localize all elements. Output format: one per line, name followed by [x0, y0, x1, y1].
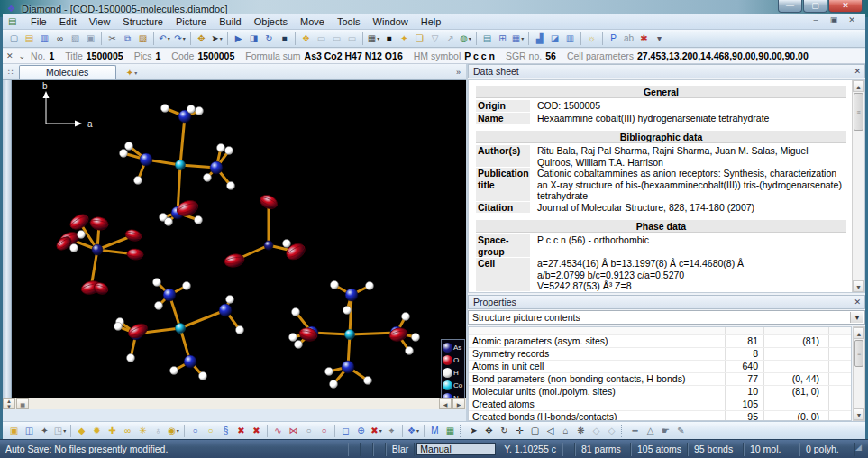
- menu-objects[interactable]: Objects: [248, 15, 294, 28]
- print-preview-icon[interactable]: ▧: [68, 32, 83, 46]
- maximize-button[interactable]: ▢: [803, 0, 827, 13]
- table-icon[interactable]: ▦▾: [510, 32, 525, 46]
- datasheet-icon[interactable]: ▤: [480, 32, 495, 46]
- back-view-icon[interactable]: ◁: [543, 424, 558, 438]
- doc-minimize-button[interactable]: –: [809, 15, 822, 24]
- chart-line-icon[interactable]: ◪: [547, 32, 562, 46]
- prop-scroll-down-icon[interactable]: ▼: [854, 408, 864, 420]
- prop-scrollbar-thumb[interactable]: ≡: [854, 340, 863, 367]
- menu-picture[interactable]: Picture: [169, 15, 213, 28]
- prop-scroll-up-icon[interactable]: ▲: [854, 327, 864, 339]
- print-icon[interactable]: ▣: [83, 32, 98, 46]
- diamond-icon[interactable]: ◆: [74, 424, 89, 438]
- structure-viewer[interactable]: ba AsOHCoN: [12, 80, 466, 409]
- home-view-icon[interactable]: ⌂: [558, 424, 573, 438]
- selector-dropdown-icon[interactable]: ▼: [850, 312, 863, 323]
- touch-hand-icon[interactable]: ☛: [658, 424, 673, 438]
- menu-build[interactable]: Build: [213, 15, 247, 28]
- sphere-s-icon[interactable]: §: [218, 424, 233, 438]
- doc-restore-button[interactable]: ▣: [827, 15, 840, 24]
- properties-close-icon[interactable]: ✕: [854, 298, 861, 307]
- ring-red-icon[interactable]: ○: [316, 424, 332, 438]
- connect-atoms-icon[interactable]: ∞: [120, 424, 135, 438]
- tab-grid-icon[interactable]: ∷: [3, 68, 19, 79]
- track-prev-icon[interactable]: ◇: [589, 424, 604, 438]
- spin-buttons[interactable]: ▲▼: [3, 398, 15, 409]
- picture-add-icon[interactable]: ▣: [6, 424, 22, 438]
- viewer-left-scrollbar[interactable]: [3, 80, 12, 409]
- menu-help[interactable]: Help: [415, 15, 448, 28]
- molecule-picture-icon[interactable]: ▦: [443, 424, 458, 438]
- menu-window[interactable]: Window: [367, 15, 415, 28]
- track-next-icon[interactable]: ◇: [604, 424, 619, 438]
- datasheet-content[interactable]: GeneralOriginCOD: 1500005NameHexaammine …: [468, 79, 865, 293]
- menu-view[interactable]: View: [83, 15, 117, 28]
- properties-p-icon[interactable]: P: [606, 32, 621, 46]
- chart-bar-icon[interactable]: ▟: [532, 32, 547, 46]
- window-split-icon[interactable]: ▭: [344, 32, 360, 46]
- destroy-pack-icon[interactable]: ✖: [233, 424, 249, 438]
- properties-scrollbar[interactable]: ▲ ≡ ▼: [853, 326, 865, 421]
- pointer-icon[interactable]: ➤: [466, 424, 481, 438]
- ghost-atoms-icon[interactable]: ♁: [151, 424, 166, 438]
- record-nav-icon[interactable]: ⌄: [19, 51, 26, 60]
- scrollbar-thumb[interactable]: ≡: [854, 93, 863, 131]
- atom-group-icon[interactable]: ✹: [89, 424, 105, 438]
- menu-tools[interactable]: Tools: [331, 15, 367, 28]
- resize-grip[interactable]: ◢: [855, 443, 866, 456]
- properties-row[interactable]: Molecular units (mol./polym. sites)10(81…: [469, 386, 851, 398]
- scroll-left-icon[interactable]: ◀: [439, 398, 452, 409]
- viewer-hscrollbar[interactable]: ▲▼ ▦ ◀ ▶: [3, 398, 466, 409]
- select-arrow-icon[interactable]: ➤▾: [209, 32, 224, 46]
- window-cascade-icon[interactable]: ▭: [329, 32, 344, 46]
- cut-icon[interactable]: ✂: [105, 32, 120, 46]
- scroll-up-icon[interactable]: ▲: [853, 80, 864, 92]
- rotate-view-icon[interactable]: ↻: [261, 32, 277, 46]
- menu-structure[interactable]: Structure: [116, 15, 169, 28]
- properties-row[interactable]: Bond parameters (non-bonding contacts, H…: [469, 373, 851, 386]
- spin-icon[interactable]: ❋: [573, 424, 589, 438]
- picture-goto-icon[interactable]: ◫: [22, 424, 37, 438]
- net-icon[interactable]: ✳: [135, 424, 151, 438]
- rotate-icon[interactable]: ↻: [497, 424, 512, 438]
- ring-yellow-icon[interactable]: ○: [203, 424, 218, 438]
- undo-icon[interactable]: ↶▾: [157, 32, 172, 46]
- new-picture-icon[interactable]: ✦: [397, 32, 412, 46]
- new-document-icon[interactable]: ▢: [6, 32, 22, 46]
- ab-text-icon[interactable]: ab: [621, 32, 636, 46]
- blank-screen-icon[interactable]: ■: [277, 32, 292, 46]
- build-wrench-icon[interactable]: ✦: [37, 424, 52, 438]
- properties-selector[interactable]: Structure picture contents ▼: [468, 310, 865, 325]
- pan-hand-icon[interactable]: ✥: [194, 32, 209, 46]
- menu-move[interactable]: Move: [294, 15, 331, 28]
- copy-picture-icon[interactable]: ❏: [412, 32, 427, 46]
- globe-icon[interactable]: ◍▾: [458, 32, 473, 46]
- ring-blue-icon[interactable]: ○: [187, 424, 203, 438]
- status-mode-input[interactable]: Manual: [416, 443, 496, 455]
- properties-title-bar[interactable]: Properties ✕: [468, 295, 865, 309]
- video-icon[interactable]: ▶: [231, 32, 246, 46]
- datasheet-close-icon[interactable]: ✕: [854, 67, 861, 76]
- export-picture-icon[interactable]: ↗: [443, 32, 458, 46]
- window-tile-icon[interactable]: ▭: [314, 32, 329, 46]
- paste-icon[interactable]: ▨: [135, 32, 151, 46]
- bond-create-icon[interactable]: ∿: [270, 424, 286, 438]
- scroll-right-icon[interactable]: ▶: [452, 398, 465, 409]
- tab-molecules[interactable]: Molecules: [19, 65, 116, 79]
- toolbar-overflow-icon[interactable]: ▾: [652, 32, 667, 46]
- grid-button[interactable]: ▦: [16, 398, 29, 409]
- move-all-icon[interactable]: ✥: [481, 424, 497, 438]
- folder-window-icon[interactable]: ❖: [298, 32, 314, 46]
- zoom-rect-icon[interactable]: ▢: [527, 424, 543, 438]
- menu-file[interactable]: File: [24, 15, 53, 28]
- properties-row[interactable]: Created atoms105: [469, 398, 851, 411]
- cell-cube-icon[interactable]: ◻: [338, 424, 353, 438]
- pencil-icon[interactable]: ✎: [673, 424, 689, 438]
- properties-table[interactable]: Atomic parameters (asym. sites)81(81)Sym…: [468, 326, 852, 421]
- scroll-down-icon[interactable]: ▼: [853, 280, 864, 292]
- ruler-icon[interactable]: ━: [627, 424, 643, 438]
- copy-icon[interactable]: ⧉: [120, 32, 135, 46]
- shift-icon[interactable]: ✛: [512, 424, 527, 438]
- lamp-icon[interactable]: ☼: [584, 32, 599, 46]
- datasheet-title-bar[interactable]: Data sheet ✕: [468, 64, 865, 78]
